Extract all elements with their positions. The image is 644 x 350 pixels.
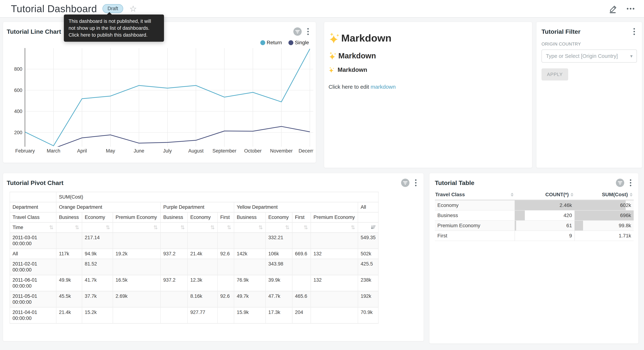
pivot-class-header[interactable]: Business bbox=[56, 212, 82, 222]
pivot-class-header[interactable]: Economy bbox=[82, 212, 113, 222]
pivot-class-header[interactable]: Premium Economy bbox=[311, 212, 358, 222]
pivot-cell: 8.16k bbox=[188, 291, 218, 308]
pivot-all-header[interactable]: All bbox=[358, 202, 378, 212]
markdown-edit-link[interactable]: markdown bbox=[370, 84, 396, 90]
pivot-class-header[interactable]: Premium Economy bbox=[113, 212, 160, 222]
pivot-cell bbox=[113, 233, 160, 249]
chart-menu-button[interactable] bbox=[414, 179, 417, 187]
pivot-cell: 76.9k bbox=[234, 275, 266, 291]
tooltip-line: This dashboard is not published, it will bbox=[68, 18, 159, 25]
pencil-icon bbox=[609, 4, 618, 13]
sort-icon[interactable]: ⇅ bbox=[351, 224, 355, 230]
markdown-h3: Markdown bbox=[328, 66, 530, 73]
sort-icon[interactable]: ⇅ bbox=[304, 224, 308, 230]
sort-icon[interactable]: ⇅ bbox=[258, 224, 263, 230]
pivot-sort-cell bbox=[358, 222, 378, 233]
svg-text:April: April bbox=[77, 148, 87, 154]
chart-menu-button[interactable] bbox=[629, 179, 632, 187]
pivot-corner-cell bbox=[10, 192, 56, 202]
pivot-cell: 47.7k bbox=[266, 291, 292, 308]
sort-icon[interactable] bbox=[630, 193, 632, 196]
legend-item-single[interactable]: Single bbox=[288, 40, 309, 46]
legend-item-return[interactable]: Return bbox=[260, 40, 282, 46]
pivot-class-header[interactable]: First bbox=[292, 212, 311, 222]
pivot-sort-cell: ⇅ bbox=[188, 222, 218, 233]
svg-text:800: 800 bbox=[14, 66, 22, 72]
count-cell: 61 bbox=[515, 220, 574, 231]
pivot-cell: 19.2k bbox=[113, 249, 160, 259]
return-series-dot bbox=[260, 40, 265, 45]
sort-icon[interactable]: ⇅ bbox=[210, 224, 215, 230]
pivot-table: SUM(Cost)DepartmentOrange DepartmentPurp… bbox=[10, 192, 378, 324]
pivot-class-header[interactable]: Business bbox=[234, 212, 266, 222]
pivot-cell bbox=[160, 233, 188, 249]
pivot-class-header[interactable]: Economy bbox=[188, 212, 218, 222]
pivot-cell: 343.98 bbox=[266, 259, 292, 275]
applied-filters-badge[interactable] bbox=[401, 178, 410, 187]
markdown-h1: Markdown bbox=[328, 32, 530, 44]
sort-icon[interactable] bbox=[511, 193, 514, 196]
pivot-cell: 927.77 bbox=[188, 308, 218, 324]
count-cell: 420 bbox=[515, 210, 574, 220]
column-header-count[interactable]: COUNT(*) bbox=[515, 190, 574, 200]
applied-filters-badge[interactable] bbox=[616, 178, 624, 187]
more-actions-button[interactable] bbox=[626, 4, 635, 14]
pivot-group-header[interactable]: Yellow Department bbox=[234, 202, 358, 212]
pivot-cell: 132 bbox=[311, 249, 358, 259]
pivot-cell bbox=[56, 259, 82, 275]
pivot-cell: 49.9k bbox=[56, 275, 82, 291]
pivot-cell bbox=[218, 275, 234, 291]
pivot-cell bbox=[311, 308, 358, 324]
travel-class-cell: First bbox=[435, 231, 515, 241]
pivot-cell: 92.6 bbox=[218, 249, 234, 259]
favorite-star-icon[interactable]: ☆ bbox=[129, 4, 137, 13]
apply-button[interactable]: APPLY bbox=[542, 68, 568, 80]
pivot-cell: 937.2 bbox=[160, 275, 188, 291]
pivot-class-header[interactable]: Business bbox=[160, 212, 188, 222]
pivot-cell: 142k bbox=[234, 249, 266, 259]
travel-class-cell: Business bbox=[435, 210, 515, 220]
sort-icon[interactable]: ⇅ bbox=[106, 224, 110, 230]
pivot-row-label: 2011-05-01 00:00:00 bbox=[10, 291, 56, 308]
pivot-class-header[interactable]: First bbox=[218, 212, 234, 222]
svg-text:December: December bbox=[298, 148, 313, 154]
table-row: First91.71k bbox=[435, 231, 634, 241]
edit-dashboard-button[interactable] bbox=[609, 4, 618, 13]
sort-desc-active-icon[interactable] bbox=[370, 225, 376, 230]
column-header-sum-cost[interactable]: SUM(Cost) bbox=[574, 190, 634, 200]
sort-icon[interactable]: ⇅ bbox=[49, 224, 54, 230]
sort-icon[interactable]: ⇅ bbox=[285, 224, 290, 230]
sort-icon[interactable]: ⇅ bbox=[154, 224, 158, 230]
sort-icon[interactable] bbox=[570, 193, 574, 196]
sparkles-icon bbox=[328, 32, 340, 44]
origin-country-select[interactable]: Type or Select [Origin Country] ▾ bbox=[542, 50, 637, 62]
pivot-cell: 41.7k bbox=[82, 275, 113, 291]
pivot-cell bbox=[234, 233, 266, 249]
data-table: Travel Class COUNT(*) SUM(Cost) bbox=[435, 190, 634, 241]
pivot-group-header[interactable]: Orange Department bbox=[56, 202, 160, 212]
sort-icon[interactable]: ⇅ bbox=[227, 224, 231, 230]
ellipsis-icon bbox=[626, 4, 635, 14]
pivot-cell bbox=[234, 259, 266, 275]
sort-icon[interactable]: ⇅ bbox=[180, 224, 185, 230]
pivot-class-row-label: Travel Class bbox=[10, 212, 56, 222]
pivot-sort-cell: ⇅ bbox=[56, 222, 82, 233]
pivot-cell: 937.2 bbox=[160, 249, 188, 259]
pivot-time-row-label: Time⇅ bbox=[10, 222, 56, 233]
pivot-class-header[interactable]: Economy bbox=[266, 212, 292, 222]
pivot-cell: 70.9k bbox=[358, 308, 378, 324]
filter-panel-title: Tutorial Filter bbox=[542, 28, 580, 35]
count-cell: 9 bbox=[515, 231, 574, 241]
pivot-cell bbox=[218, 259, 234, 275]
svg-text:November: November bbox=[270, 148, 293, 154]
sum-cost-cell: 696k bbox=[574, 210, 634, 220]
column-header-travel-class[interactable]: Travel Class bbox=[435, 190, 515, 200]
pivot-group-header[interactable]: Purple Department bbox=[160, 202, 234, 212]
pivot-row: 2011-06-01 00:00:0049.9k41.7k16.5k937.21… bbox=[10, 275, 378, 291]
column-header-label: Travel Class bbox=[435, 192, 465, 198]
draft-badge[interactable]: Draft bbox=[102, 4, 123, 13]
pivot-cell: 81.52 bbox=[82, 259, 113, 275]
pivot-row: 2011-05-01 00:00:0045.5k37.7k2.69k8.16k9… bbox=[10, 291, 378, 308]
filter-menu-button[interactable] bbox=[633, 28, 636, 36]
sort-icon[interactable]: ⇅ bbox=[75, 224, 79, 230]
